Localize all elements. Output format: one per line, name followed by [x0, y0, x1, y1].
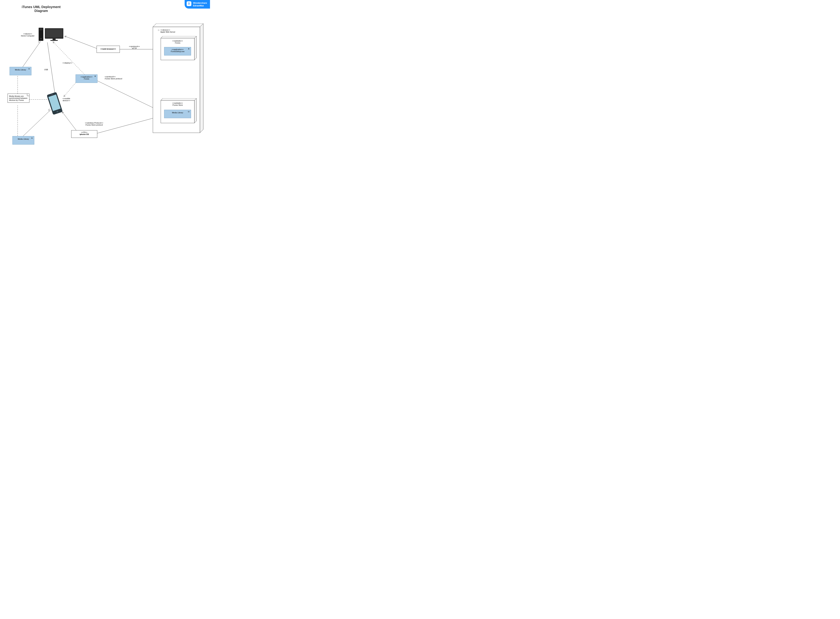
itunes-app[interactable]: ⚙ <<application>> iTunes	[76, 75, 97, 83]
artifact-icon: 🗂	[188, 111, 190, 112]
svg-rect-18	[46, 29, 63, 37]
apple-web-server[interactable]: ▢ <<device>> Apple Web Server <<website>…	[149, 24, 201, 133]
svg-line-5	[62, 112, 78, 133]
usb-label: USB	[44, 69, 48, 70]
svg-line-0	[23, 42, 40, 67]
gear-icon: ⚙	[94, 75, 96, 77]
mobile-device-label: <<mobile device>>	[61, 97, 72, 102]
itunes-setup[interactable]: ⚙ <<application>> iTunesSetup.exe	[164, 47, 191, 55]
svg-rect-17	[45, 28, 63, 39]
svg-line-3	[65, 36, 97, 48]
svg-rect-19	[52, 39, 55, 40]
brand-product: EdrawMax	[193, 4, 207, 7]
diagram-title: iTunes UML Deployment Diagram	[17, 5, 66, 13]
svg-rect-14	[39, 28, 42, 29]
svg-rect-22	[48, 94, 61, 111]
iphone-os[interactable]: <<OS>> iphone OS	[71, 130, 97, 138]
wireless-protocol-label: <<wireless Protocol>> iTunes Store proto…	[82, 122, 107, 126]
itunes-protocol-label: <<protocol>> iTunes Store protocol	[104, 76, 127, 80]
media-library-3[interactable]: 🗂 Media Library	[164, 110, 191, 118]
brand-name: Wondershare	[193, 1, 207, 4]
svg-rect-21	[47, 92, 63, 115]
svg-line-2	[48, 42, 55, 97]
svg-point-23	[56, 111, 58, 113]
artifact-icon: 🗂	[31, 137, 33, 139]
sync-note[interactable]: Media libraies are synchronized between …	[7, 94, 30, 103]
mobile-device-icon[interactable]	[46, 89, 70, 116]
brand-text: Wondershare EdrawMax	[193, 1, 207, 7]
svg-rect-15	[39, 30, 42, 30]
itunes-store[interactable]: <<website>> ITunes Store 🗂 Media Library	[159, 98, 196, 124]
home-computer-label: <<device>> Home Computer	[18, 33, 37, 37]
svg-rect-13	[39, 28, 43, 41]
media-library-2[interactable]: 🗂 Media Library	[12, 136, 34, 145]
deploy-label: <<deploy>>	[63, 62, 72, 64]
svg-point-16	[40, 38, 42, 39]
itunes-website[interactable]: <<website>> iTunes ⚙ <<application>> iTu…	[159, 36, 196, 60]
svg-line-6	[23, 110, 51, 136]
svg-line-11	[97, 81, 156, 109]
svg-rect-24	[51, 94, 53, 95]
brand-icon: D	[187, 1, 191, 6]
web-browser[interactable]: <<web browser>>	[97, 46, 120, 53]
brand-badge: D Wondershare EdrawMax	[185, 0, 210, 9]
itunes-website-label: <<website>> iTunes	[161, 40, 194, 44]
svg-rect-20	[51, 40, 58, 41]
http-label: <<protocol>> HTTP	[128, 45, 141, 49]
artifact-icon: 🗂	[28, 68, 30, 69]
svg-line-1	[53, 42, 85, 75]
media-library-1[interactable]: 🗂 Media Library	[10, 67, 31, 75]
computer-icon[interactable]	[38, 27, 65, 42]
itunes-store-label: <<website>> ITunes Store	[161, 102, 194, 106]
gear-icon: ⚙	[188, 48, 190, 49]
apple-web-server-label: ▢ <<device>> Apple Web Server	[158, 29, 175, 33]
